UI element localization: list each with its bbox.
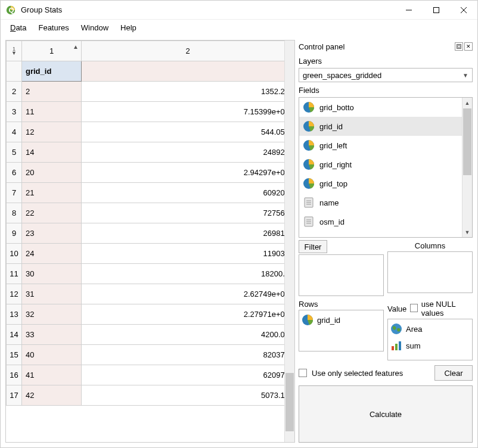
menu-data[interactable]: Data: [5, 21, 31, 34]
maximize-button[interactable]: [423, 1, 450, 19]
document-icon: [303, 216, 315, 228]
table-row[interactable]: 3117.15399e+06: [7, 102, 294, 122]
value-chip-sum[interactable]: sum: [390, 338, 470, 353]
cell-value: 820378: [82, 345, 294, 365]
panel-detach-button[interactable]: [455, 42, 463, 51]
row-header-sort[interactable]: 1▼: [7, 41, 22, 61]
cell-grid-id: 21: [22, 183, 82, 203]
panel-title: Control panel: [299, 42, 344, 51]
cell-grid-id: 14: [22, 142, 82, 163]
cell-grid-id: 32: [22, 304, 82, 325]
menu-help[interactable]: Help: [116, 21, 141, 34]
table-row[interactable]: 13322.27971e+06: [7, 304, 294, 325]
cell-value: 18200.4: [82, 264, 294, 284]
table-vscrollbar[interactable]: [284, 41, 294, 442]
field-item-grid_left[interactable]: grid_left: [299, 136, 462, 155]
table-row[interactable]: 514248921: [7, 142, 294, 163]
field-item-grid_right[interactable]: grid_right: [299, 155, 462, 174]
cell-grid-id: 30: [22, 264, 82, 284]
columns-box[interactable]: [387, 251, 473, 293]
chevron-down-icon: ▼: [463, 72, 468, 79]
table-row[interactable]: 14334200.01: [7, 325, 294, 345]
calculate-button[interactable]: Calculate: [299, 385, 473, 443]
panel-close-button[interactable]: ✕: [464, 42, 473, 51]
results-table-pane: 1▼ 1▲ 2 grid_id 221352.273117.15399e+0: [5, 40, 295, 443]
cell-grid-id: 12: [22, 122, 82, 142]
table-row[interactable]: 1641620977: [7, 365, 294, 385]
window-title: Group Stats: [21, 5, 395, 14]
clear-button[interactable]: Clear: [434, 365, 473, 381]
close-button[interactable]: [450, 1, 477, 19]
null-checkbox[interactable]: [410, 304, 418, 312]
table-row[interactable]: 412544.051: [7, 122, 294, 142]
row-number: 15: [7, 345, 22, 365]
filter-button[interactable]: Filter: [299, 240, 327, 253]
field-item-osm_id[interactable]: osm_id: [299, 212, 462, 231]
field-item-grid_botto[interactable]: grid_botto: [299, 98, 462, 117]
table-row[interactable]: 923269815: [7, 223, 294, 244]
menu-features[interactable]: Features: [33, 21, 73, 34]
row-number: 16: [7, 365, 22, 385]
column-header-1[interactable]: 1▲: [22, 41, 82, 61]
row-number: 10: [7, 244, 22, 264]
svg-rect-24: [395, 344, 398, 350]
pie-icon: [302, 314, 314, 326]
table-row[interactable]: 6202.94297e+06: [7, 163, 294, 183]
row-number: 3: [7, 102, 22, 122]
row-number: 9: [7, 223, 22, 244]
table-row[interactable]: 1024119031: [7, 244, 294, 264]
layers-combo[interactable]: green_spaces_gridded▼: [299, 68, 473, 82]
menu-window[interactable]: Window: [76, 21, 113, 34]
table-row[interactable]: 17425073.19: [7, 385, 294, 406]
fields-vscrollbar[interactable]: ▲▼: [462, 98, 472, 237]
svg-rect-7: [458, 45, 460, 48]
table-row[interactable]: grid_id: [7, 61, 294, 82]
selected-features-label: Use only selected features: [312, 369, 403, 378]
svg-rect-23: [392, 346, 394, 350]
cell-value: 2.62749e+06: [82, 284, 294, 304]
svg-point-22: [391, 323, 402, 334]
field-label: grid_id: [319, 122, 343, 131]
cell-value: 5073.19: [82, 385, 294, 406]
field-label: grid_botto: [319, 103, 354, 112]
rows-chip-grid-id[interactable]: grid_id: [302, 313, 381, 327]
svg-text:Q: Q: [8, 5, 14, 13]
field-label: grid_top: [319, 179, 347, 188]
pie-icon: [303, 158, 315, 170]
rows-label: Rows: [299, 300, 384, 309]
cell-grid-id: 22: [22, 203, 82, 223]
selected-features-checkbox[interactable]: [299, 369, 307, 377]
table-row[interactable]: 113018200.4: [7, 264, 294, 284]
cell-value: 620977: [82, 365, 294, 385]
null-label: use NULL values: [421, 300, 473, 318]
field-label: grid_left: [319, 141, 347, 150]
table-row[interactable]: 1540820378: [7, 345, 294, 365]
cell-value: 2.94297e+06: [82, 163, 294, 183]
row-number: 14: [7, 325, 22, 345]
minimize-button[interactable]: [395, 1, 423, 19]
table-row[interactable]: 221352.27: [7, 82, 294, 102]
svg-rect-3: [434, 7, 439, 13]
cell-value: 1352.27: [82, 82, 294, 102]
pie-icon: [303, 120, 315, 132]
row-number: 8: [7, 203, 22, 223]
filter-box[interactable]: [299, 254, 384, 296]
column-header-2[interactable]: 2: [82, 41, 294, 61]
value-chip-area[interactable]: Area: [390, 322, 470, 336]
row-number: 7: [7, 183, 22, 203]
value-box[interactable]: Area sum: [387, 319, 473, 360]
field-item-name[interactable]: name: [299, 193, 462, 212]
fields-label: Fields: [299, 86, 473, 95]
cell-value: 4200.01: [82, 325, 294, 345]
field-item-grid_id[interactable]: grid_id: [299, 117, 462, 136]
fields-list[interactable]: grid_bottogrid_idgrid_leftgrid_rightgrid…: [299, 97, 473, 238]
cell-value: 2.27971e+06: [82, 304, 294, 325]
cell-value: 727561: [82, 203, 294, 223]
value-label: Value: [387, 304, 406, 313]
results-table[interactable]: 1▼ 1▲ 2 grid_id 221352.273117.15399e+0: [6, 41, 294, 406]
table-row[interactable]: 822727561: [7, 203, 294, 223]
rows-box[interactable]: grid_id: [299, 310, 384, 351]
table-row[interactable]: 12312.62749e+06: [7, 284, 294, 304]
table-row[interactable]: 721609206: [7, 183, 294, 203]
field-item-grid_top[interactable]: grid_top: [299, 174, 462, 193]
